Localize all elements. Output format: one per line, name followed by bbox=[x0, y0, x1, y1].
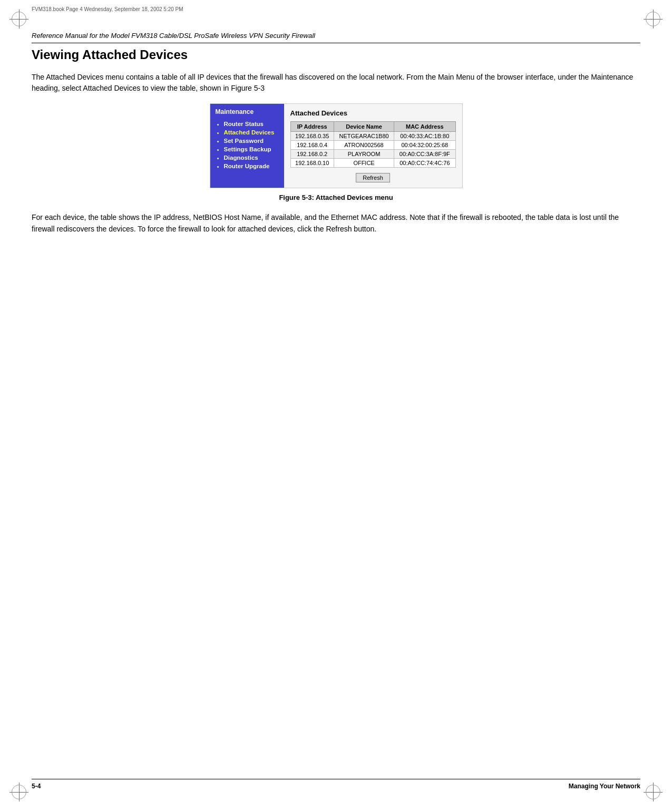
table-row: 192.168.0.2PLAYROOM00:A0:CC:3A:8F:9F bbox=[290, 150, 455, 159]
sidebar-item-attached-devices[interactable]: Attached Devices bbox=[224, 129, 279, 136]
table-cell-name: ATRON002568 bbox=[334, 141, 394, 150]
table-cell-ip: 192.168.0.2 bbox=[290, 150, 334, 159]
main-panel: Attached Devices IP Address Device Name … bbox=[284, 104, 462, 188]
sidebar-list: Router Status Attached Devices Set Passw… bbox=[216, 121, 279, 169]
header: Reference Manual for the Model FVM318 Ca… bbox=[32, 32, 640, 43]
figure-caption: Figure 5-3: Attached Devices menu bbox=[279, 194, 393, 201]
main-content: Viewing Attached Devices The Attached De… bbox=[32, 47, 640, 235]
sidebar: Maintenance Router Status Attached Devic… bbox=[210, 104, 284, 188]
table-row: 192.168.0.4ATRON00256800:04:32:00:25:68 bbox=[290, 141, 455, 150]
sidebar-item-diagnostics[interactable]: Diagnostics bbox=[224, 155, 279, 161]
footer-chapter-title: Managing Your Network bbox=[569, 783, 640, 790]
table-header-row: IP Address Device Name MAC Address bbox=[290, 122, 455, 132]
col-header-ip: IP Address bbox=[290, 122, 334, 132]
table-cell-name: PLAYROOM bbox=[334, 150, 394, 159]
body-paragraph: For each device, the table shows the IP … bbox=[32, 212, 640, 235]
corner-mark-tr bbox=[644, 9, 663, 28]
table-cell-name: OFFICE bbox=[334, 159, 394, 168]
page-stamp: FVM318.book Page 4 Wednesday, September … bbox=[32, 6, 183, 12]
table-cell-ip: 192.168.0.10 bbox=[290, 159, 334, 168]
refresh-button[interactable]: Refresh bbox=[356, 173, 390, 182]
table-cell-ip: 192.168.0.35 bbox=[290, 132, 334, 141]
sidebar-item-set-password[interactable]: Set Password bbox=[224, 138, 279, 144]
table-cell-mac: 00:A0:CC:3A:8F:9F bbox=[394, 150, 455, 159]
table-row: 192.168.0.10OFFICE00:A0:CC:74:4C:76 bbox=[290, 159, 455, 168]
figure-container: Maintenance Router Status Attached Devic… bbox=[32, 103, 640, 201]
table-cell-mac: 00:A0:CC:74:4C:76 bbox=[394, 159, 455, 168]
sidebar-item-router-status[interactable]: Router Status bbox=[224, 121, 279, 127]
footer: 5-4 Managing Your Network bbox=[32, 779, 640, 790]
intro-paragraph: The Attached Devices menu contains a tab… bbox=[32, 72, 640, 94]
corner-mark-bl bbox=[9, 783, 28, 802]
header-title: Reference Manual for the Model FVM318 Ca… bbox=[32, 32, 640, 43]
sidebar-title: Maintenance bbox=[216, 108, 279, 115]
corner-mark-br bbox=[644, 783, 663, 802]
panel-title: Attached Devices bbox=[290, 109, 456, 117]
figure-inner: Maintenance Router Status Attached Devic… bbox=[210, 103, 463, 188]
table-cell-ip: 192.168.0.4 bbox=[290, 141, 334, 150]
refresh-area: Refresh bbox=[290, 173, 456, 182]
table-cell-name: NETGEARAC1B80 bbox=[334, 132, 394, 141]
table-cell-mac: 00:04:32:00:25:68 bbox=[394, 141, 455, 150]
table-cell-mac: 00:40:33:AC:1B:80 bbox=[394, 132, 455, 141]
sidebar-item-router-upgrade[interactable]: Router Upgrade bbox=[224, 163, 279, 169]
col-header-mac: MAC Address bbox=[394, 122, 455, 132]
corner-mark-tl bbox=[9, 9, 28, 28]
section-title: Viewing Attached Devices bbox=[32, 47, 640, 62]
footer-page-number: 5-4 bbox=[32, 783, 41, 790]
col-header-name: Device Name bbox=[334, 122, 394, 132]
page: FVM318.book Page 4 Wednesday, September … bbox=[0, 0, 672, 811]
table-row: 192.168.0.35NETGEARAC1B8000:40:33:AC:1B:… bbox=[290, 132, 455, 141]
sidebar-item-settings-backup[interactable]: Settings Backup bbox=[224, 146, 279, 152]
device-table: IP Address Device Name MAC Address 192.1… bbox=[290, 121, 456, 168]
